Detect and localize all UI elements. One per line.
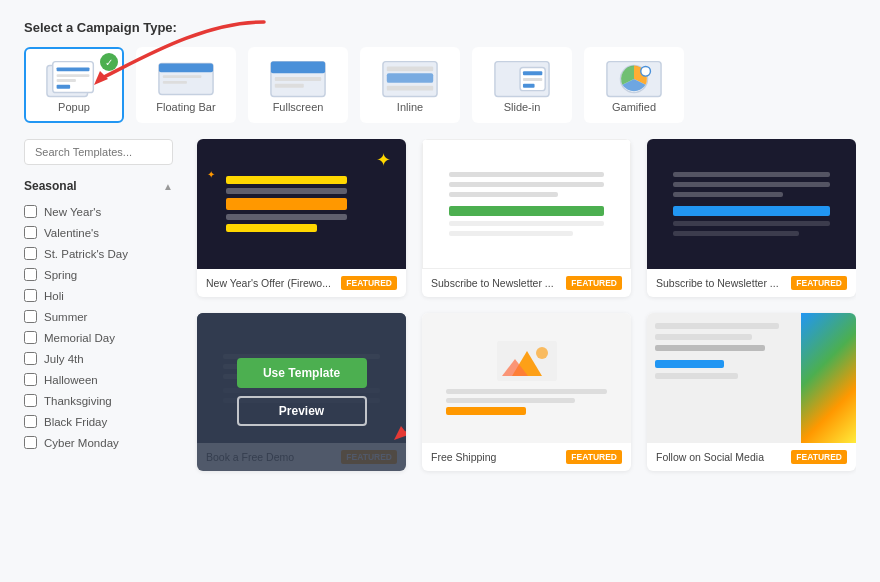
- card-footer-4: Free Shipping FEATURED: [422, 443, 631, 471]
- shipping-mountain-icon: [497, 341, 557, 381]
- filter-st-patricks-checkbox[interactable]: [24, 247, 37, 260]
- seasonal-filter-list: New Year's Valentine's St. Patrick's Day…: [24, 201, 173, 453]
- filter-cyber-monday[interactable]: Cyber Monday: [24, 432, 173, 453]
- svg-rect-9: [163, 81, 187, 84]
- svg-rect-11: [271, 62, 325, 74]
- gamified-label: Gamified: [612, 101, 656, 113]
- svg-point-25: [641, 66, 651, 76]
- svg-rect-13: [275, 84, 304, 88]
- filter-thanksgiving-checkbox[interactable]: [24, 394, 37, 407]
- template-card-2[interactable]: Subscribe to Newsletter ... FEATURED: [647, 139, 856, 297]
- templates-area: ✦ ✦ New Year's Offer (Firewo... FEATURED: [189, 139, 856, 582]
- selected-check: ✓: [100, 53, 118, 71]
- gamified-icon: [605, 57, 663, 101]
- card-footer-0: New Year's Offer (Firewo... FEATURED: [197, 269, 406, 297]
- svg-rect-2: [57, 67, 90, 71]
- filter-holi[interactable]: Holi: [24, 285, 173, 306]
- card-footer-5: Follow on Social Media FEATURED: [647, 443, 856, 471]
- filter-july-4th[interactable]: July 4th: [24, 348, 173, 369]
- featured-badge-5: FEATURED: [791, 450, 847, 464]
- filter-thanksgiving[interactable]: Thanksgiving: [24, 390, 173, 411]
- filter-july-4th-checkbox[interactable]: [24, 352, 37, 365]
- svg-rect-4: [57, 79, 76, 82]
- template-card-4[interactable]: Free Shipping FEATURED: [422, 313, 631, 471]
- thumbnail-5: [647, 313, 856, 443]
- thumbnail-2: [647, 139, 856, 269]
- inline-icon: [381, 57, 439, 101]
- search-input[interactable]: [24, 139, 173, 165]
- filter-halloween-checkbox[interactable]: [24, 373, 37, 386]
- filter-halloween[interactable]: Halloween: [24, 369, 173, 390]
- thumbnail-0: ✦ ✦: [197, 139, 406, 269]
- fullscreen-icon: [269, 57, 327, 101]
- filter-cyber-monday-checkbox[interactable]: [24, 436, 37, 449]
- featured-badge-0: FEATURED: [341, 276, 397, 290]
- section-title: Select a Campaign Type:: [24, 20, 856, 35]
- social-left-panel: [647, 313, 801, 443]
- campaign-type-popup[interactable]: ✓ Popup: [24, 47, 124, 123]
- card-name-2: Subscribe to Newsletter ...: [656, 277, 787, 289]
- content-area: Seasonal ▲ New Year's Valentine's St. Pa…: [24, 139, 856, 582]
- filter-new-years-checkbox[interactable]: [24, 205, 37, 218]
- filter-st-patricks[interactable]: St. Patrick's Day: [24, 243, 173, 264]
- campaign-type-slide-in[interactable]: Slide-in: [472, 47, 572, 123]
- filter-valentines[interactable]: Valentine's: [24, 222, 173, 243]
- svg-rect-16: [387, 73, 433, 83]
- filter-memorial-day-checkbox[interactable]: [24, 331, 37, 344]
- filter-summer-checkbox[interactable]: [24, 310, 37, 323]
- svg-rect-7: [159, 64, 213, 73]
- thumbnail-1: [422, 139, 631, 269]
- svg-rect-8: [163, 75, 202, 78]
- card-name-5: Follow on Social Media: [656, 451, 787, 463]
- campaign-type-inline[interactable]: Inline: [360, 47, 460, 123]
- filter-spring[interactable]: Spring: [24, 264, 173, 285]
- filter-holi-checkbox[interactable]: [24, 289, 37, 302]
- card-footer-2: Subscribe to Newsletter ... FEATURED: [647, 269, 856, 297]
- templates-grid: ✦ ✦ New Year's Offer (Firewo... FEATURED: [197, 139, 856, 471]
- template-card-1[interactable]: Subscribe to Newsletter ... FEATURED: [422, 139, 631, 297]
- filter-summer[interactable]: Summer: [24, 306, 173, 327]
- template-card-0[interactable]: ✦ ✦ New Year's Offer (Firewo... FEATURED: [197, 139, 406, 297]
- featured-badge-1: FEATURED: [566, 276, 622, 290]
- social-right-panel: [801, 313, 856, 443]
- sidebar: Seasonal ▲ New Year's Valentine's St. Pa…: [24, 139, 189, 582]
- campaign-types-row: ✓ Popup Floating: [24, 47, 856, 123]
- thumbnail-4: [422, 313, 631, 443]
- filter-group-seasonal-label: Seasonal: [24, 179, 77, 193]
- filter-new-years[interactable]: New Year's: [24, 201, 173, 222]
- svg-rect-17: [387, 86, 433, 91]
- filter-spring-checkbox[interactable]: [24, 268, 37, 281]
- filter-black-friday-checkbox[interactable]: [24, 415, 37, 428]
- svg-rect-3: [57, 74, 90, 77]
- card-name-4: Free Shipping: [431, 451, 562, 463]
- svg-rect-12: [275, 77, 321, 81]
- campaign-type-fullscreen[interactable]: Fullscreen: [248, 47, 348, 123]
- filter-black-friday[interactable]: Black Friday: [24, 411, 173, 432]
- main-container: Select a Campaign Type: ✓ Popup: [0, 0, 880, 582]
- campaign-type-floating-bar[interactable]: Floating Bar: [136, 47, 236, 123]
- preview-button[interactable]: Preview: [237, 396, 367, 426]
- card-name-0: New Year's Offer (Firewo...: [206, 277, 337, 289]
- featured-badge-2: FEATURED: [791, 276, 847, 290]
- floating-bar-label: Floating Bar: [156, 101, 215, 113]
- use-template-button[interactable]: Use Template: [237, 358, 367, 388]
- filter-group-seasonal[interactable]: Seasonal ▲: [24, 179, 173, 193]
- template-card-3[interactable]: Use Template Preview Book a Free Demo FE…: [197, 313, 406, 471]
- svg-rect-5: [57, 85, 71, 89]
- campaign-type-section: Select a Campaign Type: ✓ Popup: [24, 20, 856, 123]
- filter-valentines-checkbox[interactable]: [24, 226, 37, 239]
- svg-point-31: [536, 347, 548, 359]
- inline-label: Inline: [397, 101, 423, 113]
- svg-rect-15: [387, 66, 433, 71]
- popup-icon: [45, 57, 103, 101]
- svg-rect-21: [523, 78, 542, 81]
- slide-in-label: Slide-in: [504, 101, 541, 113]
- filter-memorial-day[interactable]: Memorial Day: [24, 327, 173, 348]
- chevron-up-icon: ▲: [163, 181, 173, 192]
- campaign-type-gamified[interactable]: Gamified: [584, 47, 684, 123]
- template-card-5[interactable]: Follow on Social Media FEATURED: [647, 313, 856, 471]
- floating-bar-icon: [157, 57, 215, 101]
- card-name-1: Subscribe to Newsletter ...: [431, 277, 562, 289]
- fullscreen-label: Fullscreen: [273, 101, 324, 113]
- card-footer-1: Subscribe to Newsletter ... FEATURED: [422, 269, 631, 297]
